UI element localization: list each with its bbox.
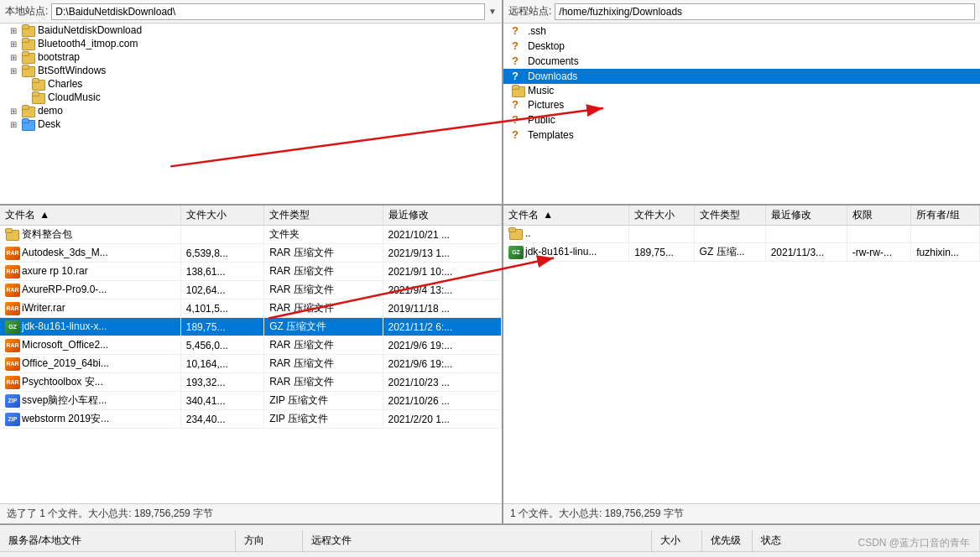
zip-icon: ZIP [5,413,20,426]
remote-file-row[interactable]: .. [503,226,980,243]
remote-file-owner [911,226,980,243]
tree-label-public: Public [528,114,555,126]
local-file-row[interactable]: RARMicrosoft_Office2... 5,456,0... RAR 压… [0,336,502,355]
rar-icon: RAR [5,376,20,389]
expand-desk[interactable]: ⊞ [10,120,22,129]
local-file-modified: 2021/9/6 19:... [383,336,501,355]
local-file-modified: 2021/2/20 1... [383,410,501,429]
tree-item-pictures[interactable]: ? Pictures [503,97,980,112]
local-file-name: ZIPssvep脑控小车程... [0,392,180,410]
remote-col-type[interactable]: 文件类型 [694,206,765,226]
expand-baidu[interactable]: ⊞ [10,26,22,35]
tree-label-templates: Templates [528,129,574,141]
tree-label-desktop: Desktop [528,40,565,52]
rar-icon: RAR [5,357,20,371]
remote-sort-arrow-name: ▲ [543,209,553,221]
local-col-size[interactable]: 文件大小 [180,206,263,226]
remote-path-label: 远程站点: [508,4,551,18]
local-file-name: RARAutodesk_3ds_M... [0,244,180,263]
tree-item-ssh[interactable]: ? .ssh [503,23,980,39]
local-file-modified: 2019/11/18 ... [383,299,501,318]
local-file-modified: 2021/9/4 13:... [383,281,501,299]
local-file-size: 4,101,5... [180,299,263,318]
local-path-dropdown[interactable]: ▼ [488,7,497,16]
remote-col-size[interactable]: 文件大小 [629,206,694,226]
expand-demo[interactable]: ⊞ [10,107,22,116]
remote-col-perms[interactable]: 权限 [847,206,911,226]
tree-item-bluetooth[interactable]: ⊞ Bluetooth4_itmop.com [0,37,502,50]
remote-status-bar: 1 个文件。大小总共: 189,756,259 字节 [503,503,980,523]
local-file-row[interactable]: RARPsychtoolbox 安... 193,32... RAR 压缩文件 … [0,373,502,392]
local-file-type: RAR 压缩文件 [264,373,383,392]
local-file-row[interactable]: RAROffice_2019_64bi... 10,164,... RAR 压缩… [0,355,502,373]
local-file-modified: 2021/10/23 ... [383,373,501,392]
local-file-row[interactable]: GZjdk-8u161-linux-x... 189,75... GZ 压缩文件… [0,318,502,336]
remote-col-modified[interactable]: 最近修改 [765,206,847,226]
remote-table-header: 文件名 ▲ 文件大小 文件类型 最近修改 权限 所有者/组 [503,206,980,226]
gz-icon: GZ [5,320,20,334]
local-file-row[interactable]: 资料整合包 文件夹 2021/10/21 ... [0,226,502,244]
question-icon-documents: ? [512,55,525,68]
local-file-size: 189,75... [180,318,263,336]
remote-col-name[interactable]: 文件名 ▲ [503,206,629,226]
local-file-row[interactable]: RARAxureRP-Pro9.0-... 102,64... RAR 压缩文件… [0,281,502,299]
local-file-row[interactable]: RARaxure rp 10.rar 138,61... RAR 压缩文件 20… [0,263,502,281]
local-file-row[interactable]: RARiWriter.rar 4,101,5... RAR 压缩文件 2019/… [0,299,502,318]
tree-item-desk[interactable]: ⊞ Desk [0,117,502,131]
remote-file-row[interactable]: GZjdk-8u161-linu... 189,75... GZ 压缩... 2… [503,243,980,262]
tree-item-demo[interactable]: ⊞ demo [0,104,502,117]
sort-arrow-name: ▲ [39,209,50,221]
tree-item-documents[interactable]: ? Documents [503,54,980,69]
local-path-label: 本地站点: [5,4,48,18]
tree-label-desk: Desk [38,118,60,130]
main-container: 本地站点: ▼ ⊞ BaiduNetdiskDownload ⊞ Bluetoo [0,0,980,557]
remote-tree-area: ? .ssh ? Desktop ? Documents [503,23,980,204]
local-file-size: 138,61... [180,263,263,281]
remote-path-bar: 远程站点: [503,0,980,23]
local-col-type[interactable]: 文件类型 [264,206,383,226]
local-file-name: RAROffice_2019_64bi... [0,355,180,373]
tree-item-cloudmusic[interactable]: CloudMusic [0,91,502,104]
tree-item-public[interactable]: ? Public [503,112,980,128]
tree-item-music[interactable]: Music [503,84,980,97]
tree-item-btsoft[interactable]: ⊞ BtSoftWindows [0,64,502,77]
tree-item-downloads[interactable]: ? Downloads [503,69,980,84]
remote-file-size: 189,75... [629,243,694,262]
expand-btsoft[interactable]: ⊞ [10,66,22,75]
question-icon-templates: ? [512,128,525,142]
tree-label-charles: Charles [48,78,82,90]
local-files-section: 文件名 ▲ 文件大小 文件类型 最近修改 资料整合包 文件夹 2021/10/2… [0,206,503,523]
folder-icon-bootstrap [22,51,35,63]
local-file-row[interactable]: ZIPssvep脑控小车程... 340,41... ZIP 压缩文件 2021… [0,392,502,410]
folder-icon-bluetooth [22,38,35,49]
local-file-name: ZIPwebstorm 2019安... [0,410,180,429]
local-file-size [180,226,263,244]
expand-bluetooth[interactable]: ⊞ [10,39,22,49]
question-icon-pictures: ? [512,98,525,112]
local-status-bar: 选了了 1 个文件。大小总共: 189,756,259 字节 [0,503,502,523]
remote-files-section: 文件名 ▲ 文件大小 文件类型 最近修改 权限 所有者/组 .. GZjdk-8… [503,206,980,523]
tree-item-bootstrap[interactable]: ⊞ bootstrap [0,50,502,64]
remote-file-table: 文件名 ▲ 文件大小 文件类型 最近修改 权限 所有者/组 .. GZjdk-8… [503,206,980,503]
local-file-row[interactable]: RARAutodesk_3ds_M... 6,539,8... RAR 压缩文件… [0,244,502,263]
remote-col-owner[interactable]: 所有者/组 [911,206,980,226]
local-file-type: GZ 压缩文件 [264,318,383,336]
folder-icon-music [512,85,525,96]
expand-bootstrap[interactable]: ⊞ [10,53,22,62]
remote-file-name: .. [503,226,629,243]
tree-item-baidu[interactable]: ⊞ BaiduNetdiskDownload [0,23,502,37]
local-col-modified[interactable]: 最近修改 [383,206,501,226]
remote-file-perms: -rw-rw-... [847,243,911,262]
tree-item-desktop[interactable]: ? Desktop [503,39,980,54]
local-col-name[interactable]: 文件名 ▲ [0,206,180,226]
tree-item-charles[interactable]: Charles [0,77,502,91]
tree-label-downloads: Downloads [528,70,577,82]
local-file-type: RAR 压缩文件 [264,244,383,263]
local-file-row[interactable]: ZIPwebstorm 2019安... 234,40... ZIP 压缩文件 … [0,410,502,429]
bottom-pane: 文件名 ▲ 文件大小 文件类型 最近修改 资料整合包 文件夹 2021/10/2… [0,206,980,523]
tree-label-cloudmusic: CloudMusic [48,91,101,103]
local-path-input[interactable] [51,3,485,20]
remote-path-input[interactable] [555,3,975,20]
tree-item-templates[interactable]: ? Templates [503,128,980,143]
watermark: CSDN @蓝方口音的青年 [858,536,970,550]
